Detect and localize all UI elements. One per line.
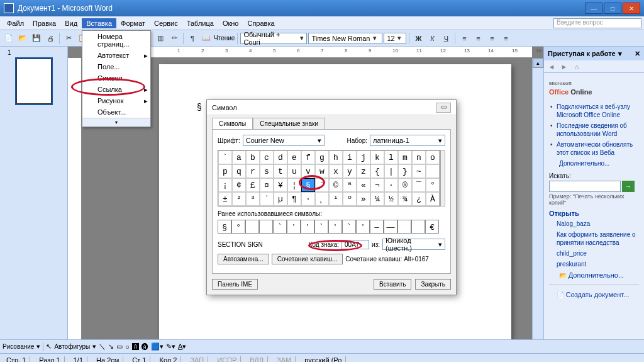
menu-file[interactable]: Файл <box>3 18 28 28</box>
char-cell[interactable]: p <box>218 164 232 178</box>
open-icon[interactable]: 📂 <box>16 32 29 45</box>
link-news[interactable]: Последние сведения об использовании Word <box>549 120 639 139</box>
recent-char[interactable]: ' <box>301 220 314 234</box>
char-cell[interactable]: b <box>246 150 260 164</box>
char-cell[interactable]: ² <box>232 192 246 206</box>
status-ovr[interactable]: ЗАМ <box>273 356 296 363</box>
rect-icon[interactable]: ▭ <box>116 342 123 351</box>
style-combo[interactable]: Обычный + Couri▾ <box>240 33 307 44</box>
recent-char[interactable]: § <box>218 220 231 234</box>
char-cell[interactable]: u <box>287 164 301 178</box>
scroll-up-icon[interactable]: ▴ <box>533 58 543 68</box>
char-cell[interactable]: k <box>370 150 384 164</box>
create-doc-link[interactable]: 📄 Создать документ... <box>549 289 639 300</box>
read-label[interactable]: Чтение <box>214 35 235 42</box>
char-cell[interactable]: d <box>274 150 287 164</box>
dialog-close-button[interactable]: Закрыть <box>415 279 451 290</box>
char-cell[interactable]: ½ <box>384 192 398 206</box>
char-cell[interactable]: t <box>274 164 287 178</box>
char-cell[interactable]: £ <box>246 178 260 192</box>
char-cell[interactable]: ¤ <box>260 178 274 192</box>
status-rec[interactable]: ЗАП <box>186 356 208 363</box>
char-cell[interactable]: º <box>343 192 357 206</box>
char-cell[interactable]: ¦ <box>287 178 301 192</box>
char-cell[interactable]: ~ <box>412 164 426 178</box>
search-input[interactable] <box>549 181 621 192</box>
recent-char[interactable] <box>397 220 411 234</box>
char-cell[interactable]: À <box>426 192 440 206</box>
print-icon[interactable]: 🖨 <box>44 32 57 45</box>
taskpane-dropdown-icon[interactable]: ▾ <box>618 50 622 58</box>
recent-char[interactable]: — <box>384 220 397 234</box>
shortcut-button[interactable]: Сочетание клавиш... <box>272 254 343 264</box>
char-cell[interactable]: y <box>343 164 357 178</box>
help-search[interactable]: Введите вопрос <box>553 18 641 28</box>
char-cell[interactable]: ¾ <box>398 192 412 206</box>
taskpane-close-icon[interactable]: ✕ <box>635 50 640 58</box>
close-button[interactable]: ✕ <box>623 3 640 14</box>
recent-char[interactable]: ' <box>356 220 370 234</box>
align-left-icon[interactable]: ≡ <box>458 32 470 45</box>
recent-char[interactable]: ' <box>287 220 301 234</box>
char-cell[interactable]: » <box>357 192 370 206</box>
menu-view[interactable]: Вид <box>60 18 82 28</box>
char-cell[interactable]: © <box>329 178 343 192</box>
char-cell[interactable]: ¬ <box>370 178 384 192</box>
char-cell[interactable]: ¼ <box>370 192 384 206</box>
code-input[interactable] <box>341 240 369 249</box>
drawing-icon[interactable]: ✏ <box>168 32 180 45</box>
vertical-scrollbar[interactable]: ▴ <box>532 58 543 339</box>
menu-page-numbers[interactable]: Номера страниц... <box>82 31 150 50</box>
wordart-icon[interactable]: 🅐 <box>142 343 148 351</box>
forward-icon[interactable]: ► <box>559 62 569 72</box>
char-cell[interactable]: ¿ <box>412 192 426 206</box>
back-icon[interactable]: ◄ <box>547 62 557 72</box>
char-cell[interactable]: · <box>301 192 315 206</box>
char-cell[interactable]: ° <box>426 178 440 192</box>
menu-format[interactable]: Формат <box>116 18 150 28</box>
char-cell[interactable]: v <box>301 164 315 178</box>
file-link[interactable]: Nalog_baza <box>549 218 639 229</box>
char-cell[interactable]: m <box>398 150 412 164</box>
menu-help[interactable]: Справка <box>243 18 279 28</box>
grid-scrollbar[interactable] <box>440 150 445 206</box>
autocorrect-button[interactable]: Автозамена... <box>218 254 269 264</box>
oval-icon[interactable]: ○ <box>125 343 130 351</box>
menu-insert[interactable]: Вставка <box>82 18 116 28</box>
tab-special[interactable]: Специальные знаки <box>253 118 325 129</box>
menu-link[interactable]: Ссылка▸ <box>82 84 150 95</box>
link-connect[interactable]: Подключиться к веб-узлу Microsoft Office… <box>549 101 639 120</box>
para-icon[interactable]: ¶ <box>186 32 199 45</box>
char-cell[interactable]: ` <box>218 150 232 164</box>
recent-char[interactable]: ° <box>231 220 245 234</box>
maximize-button[interactable]: □ <box>604 3 621 14</box>
menu-edit[interactable]: Правка <box>28 18 60 28</box>
status-lang[interactable]: русский (Ро <box>301 356 346 363</box>
draw-menu[interactable]: Рисование <box>3 343 34 350</box>
search-go-button[interactable]: → <box>622 181 635 192</box>
page-thumbnail[interactable] <box>16 59 52 104</box>
char-cell[interactable]: n <box>412 150 426 164</box>
columns-icon[interactable]: ▥ <box>154 32 167 45</box>
menu-object[interactable]: Объект... <box>82 106 150 118</box>
save-icon[interactable]: 💾 <box>30 32 43 45</box>
menu-expand-icon[interactable]: ▾ <box>82 118 150 127</box>
menu-table[interactable]: Таблица <box>182 18 218 28</box>
char-cell[interactable]: w <box>315 164 329 178</box>
char-cell[interactable]: ¹ <box>329 192 343 206</box>
menu-window[interactable]: Окно <box>218 18 243 28</box>
fill-color-icon[interactable]: 🟦▾ <box>151 342 164 351</box>
char-cell[interactable]: q <box>232 164 246 178</box>
tab-symbols[interactable]: Символы <box>212 118 253 129</box>
recent-char[interactable] <box>259 220 273 234</box>
char-cell[interactable]: µ <box>274 192 287 206</box>
align-justify-icon[interactable]: ≡ <box>499 32 512 45</box>
home-icon[interactable]: ⌂ <box>572 62 582 72</box>
insert-button[interactable]: Вставить <box>374 279 411 290</box>
char-cell[interactable]: ¢ <box>232 178 246 192</box>
textbox-icon[interactable]: 🅰 <box>132 343 139 351</box>
char-cell[interactable]: { <box>370 164 384 178</box>
align-center-icon[interactable]: ≡ <box>472 32 484 45</box>
char-cell[interactable]: ª <box>343 178 357 192</box>
char-cell[interactable]: ¸ <box>315 192 329 206</box>
